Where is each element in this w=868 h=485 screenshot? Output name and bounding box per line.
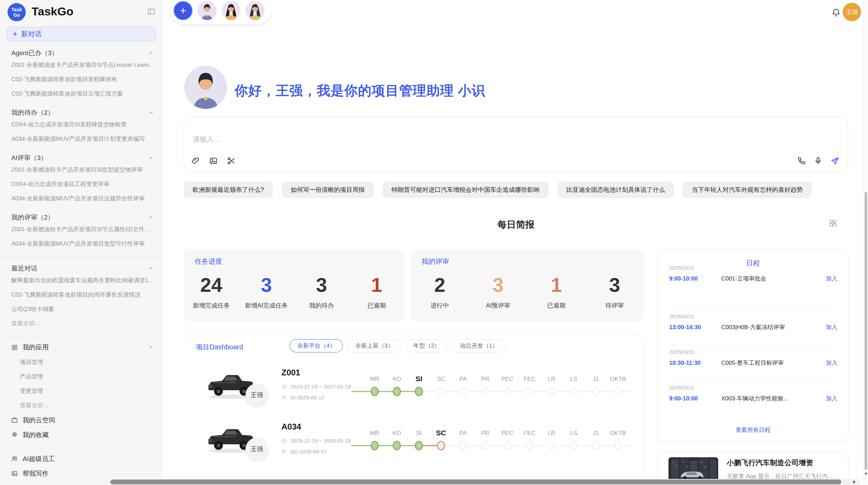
svg-text:SI: SI (416, 430, 422, 436)
sidebar-item[interactable]: A034-全新新能源MUV产品开发项目计划变更表编写 (0, 132, 162, 146)
sidebar-item-my-apps[interactable]: 我的应用 (0, 339, 162, 355)
recent-view-all-link[interactable]: 查看全部... (0, 316, 162, 331)
chevron-up-icon (148, 344, 154, 350)
schedule-time: 9:00-10:00 (669, 275, 721, 282)
project-next-milestone: SI-2025-05-17 (290, 395, 324, 401)
attachment-icon[interactable] (191, 156, 200, 165)
horizontal-scrollbar (109, 479, 861, 485)
schedule-event-name: C001-立项审批会 (721, 275, 826, 283)
suggestion-chip[interactable]: 特朗普可能对进口汽车增税会对中国车企造成哪些影响 (383, 182, 548, 198)
notification-bell-icon[interactable] (831, 8, 841, 18)
join-meeting-link[interactable]: 加入 (826, 323, 837, 331)
divider (0, 257, 162, 257)
schedule-date: 2025/03/11 (669, 349, 837, 355)
sidebar-item-box[interactable]: 我的云空间 (0, 413, 162, 427)
sidebar-tool-item[interactable]: AI超级员工 (0, 451, 162, 466)
new-chat-button[interactable]: + 新对话 (7, 27, 156, 41)
sidebar-item-label: 创意制图 (23, 484, 49, 485)
sidebar-group-header[interactable]: 我的待办（2） (0, 108, 162, 117)
microphone-icon[interactable] (813, 156, 823, 165)
sidebar-item[interactable]: A034-全新新能源MUV产品开发项目造型可行性评审 (0, 237, 162, 251)
stat-label: 新增完成任务 (184, 301, 239, 310)
agent-avatar[interactable] (245, 1, 265, 20)
schedule-entry: 2025/03/1113:00-14:30C003|H0B-方案冻结评审加入 (669, 313, 837, 331)
sidebar-group: AI评审（3）Z001-全新燃油轻卡产品开发项目SI造型提交物评审C0X4-动力… (0, 153, 162, 206)
image-upload-icon[interactable] (209, 156, 218, 165)
svg-text:LR: LR (548, 376, 555, 382)
sidebar-item[interactable]: Z001-全新燃油轻卡产品开发项目SI造型提交物评审 (0, 163, 162, 177)
svg-text:PEC: PEC (502, 430, 514, 436)
schedule-date: 2025/03/11 (669, 265, 837, 271)
vertical-scrollbar-thumb[interactable] (865, 192, 867, 470)
project-code: A034 (281, 422, 301, 432)
card-title: 任务进度 (195, 257, 222, 266)
app-link[interactable]: 变更管理 (0, 384, 162, 398)
project-row[interactable]: 王强A0342023-12-19 ~ 2026-01-19SC-2025-05-… (184, 421, 643, 473)
user-avatar[interactable]: 王强 (843, 3, 861, 21)
dashboard-filter-tab[interactable]: 年型（2） (406, 339, 447, 352)
suggestion-chip[interactable]: 如何写一份清晰的项目周报 (282, 182, 374, 198)
sidebar-item[interactable]: A034-全新新能源MUV产品开发项目法规符合性评审 (0, 191, 162, 206)
dashboard-filter-tab[interactable]: 全新平台（4） (290, 339, 343, 352)
sidebar-item[interactable]: C0X4-动力总成开发项目SI里程碑提交物检查 (0, 117, 162, 132)
suggestion-chip[interactable]: 当下年轻人对汽车外观有怎样的喜好趋势 (683, 182, 812, 198)
horizontal-scrollbar-thumb[interactable] (110, 480, 841, 484)
agent-avatar[interactable] (221, 1, 241, 20)
app-logo: Task Go (8, 3, 26, 21)
sidebar-item[interactable]: C02-飞腾新能源轻客改款项目里程碑画布 (0, 72, 162, 87)
sidebar-item[interactable]: Z001-全新燃油轻卡产品开发项目SI节点属性5D文件评审 (0, 222, 162, 237)
chat-input[interactable] (192, 135, 605, 144)
add-agent-button[interactable]: + (173, 1, 193, 20)
sidebar-group-header[interactable]: 我的评审（2） (0, 213, 162, 222)
sidebar-item[interactable]: C02-飞腾新能源轻客改款项目立项汇报方案 (0, 87, 162, 101)
join-meeting-link[interactable]: 加入 (826, 275, 837, 283)
send-icon[interactable] (830, 156, 840, 166)
divider (0, 336, 162, 337)
taskgo-app: Task Go TaskGo + 新对话 Agent已办（3）Z001-全新燃油… (0, 0, 868, 485)
view-all-schedule-link[interactable]: 查看所有日程 (658, 426, 848, 434)
join-meeting-link[interactable]: 加入 (826, 395, 837, 402)
agent-avatar[interactable] (197, 1, 217, 20)
recent-item[interactable]: 公司Q3轻卡销量 (0, 302, 162, 316)
phone-icon[interactable] (797, 156, 806, 165)
stat-column: 1已逾期 (527, 269, 586, 310)
sidebar-group-header[interactable]: Agent已办（3） (0, 48, 162, 58)
scroll-down-arrow-icon[interactable] (864, 472, 868, 475)
dashboard-filter-tab[interactable]: 全新上装（3） (348, 339, 401, 352)
sidebar-group-header[interactable]: AI评审（3） (0, 153, 162, 163)
app-title: TaskGo (32, 5, 73, 18)
apps-grid-icon (11, 344, 18, 351)
group-title: 最近对话 (11, 264, 37, 273)
task-progress-card: 任务进度 24新增完成任务3新增AI完成任务3我的待办1已逾期 (184, 249, 404, 321)
stat-column: 3待评审 (586, 269, 644, 310)
join-meeting-link[interactable]: 加入 (826, 359, 837, 367)
group-title: AI评审（3） (11, 153, 47, 162)
suggestion-chip[interactable]: 欧洲新规最近颁布了什么? (184, 182, 273, 198)
recent-item[interactable]: C02-飞腾新能源轻客改款项目的闭环通告反馈情况 (0, 288, 162, 302)
recent-header[interactable]: 最近对话 (0, 264, 162, 273)
sidebar-item-badge[interactable]: 我的收藏 (0, 427, 162, 442)
sidebar-item-label: 我的云空间 (23, 416, 55, 425)
app-link[interactable]: 项目管理 (0, 355, 162, 370)
recent-item[interactable]: 解释最新出台的欧盟报废车法规再生塑料比例被调至15%... (0, 273, 162, 288)
app-link[interactable]: 产品管理 (0, 370, 162, 384)
apps-view-all-link[interactable]: 查看全部... (0, 398, 162, 413)
sidebar-item[interactable]: Z001-全新燃油皮卡产品开发项目SI节点Lesson Learn报告 (0, 58, 162, 72)
flag-icon (281, 449, 287, 455)
sidebar-collapse-button[interactable] (147, 7, 156, 16)
vertical-scrollbar (863, 0, 868, 485)
divider (669, 309, 837, 309)
project-row[interactable]: 王强Z0012023-12-19 ~ 2027-01-19SI-2025-05-… (184, 367, 643, 419)
suggestion-chip[interactable]: 比亚迪全固态电池计划具体说了什么 (557, 182, 674, 198)
svg-text:OKTB: OKTB (610, 376, 626, 382)
stat-label: 待评审 (586, 301, 644, 310)
scroll-right-arrow-icon[interactable] (852, 480, 856, 484)
group-title: 我的待办（2） (11, 108, 54, 117)
schedule-entry: 2025/03/119:00-10:00X003-车辆动力学性能验...加入 (669, 385, 837, 402)
chevron-up-icon (148, 214, 154, 221)
sidebar-item[interactable]: C0X4-动力总成开发项目工程变更评审 (0, 177, 162, 191)
scissors-icon[interactable] (227, 156, 236, 165)
dashboard-filter-tab[interactable]: 动总开发（1） (452, 339, 505, 352)
grid-layout-icon[interactable] (828, 219, 837, 228)
divider (0, 448, 162, 448)
